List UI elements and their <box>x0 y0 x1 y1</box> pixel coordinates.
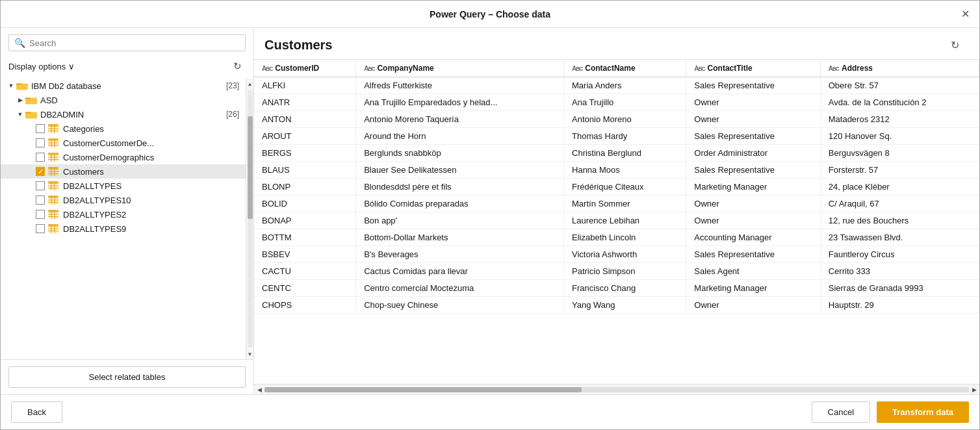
tree-scroll-wrapper: ▼ IBM Db2 database [23] ▶ ASD ▼ DB2ADMIN… <box>1 79 253 359</box>
table-row[interactable]: BLAUSBlauer See DelikatessenHanna MoosSa… <box>254 162 979 179</box>
table-icon-db2alltypes10 <box>48 195 60 205</box>
transform-data-button[interactable]: Transform data <box>877 401 969 423</box>
vscroll-down-arrow[interactable]: ▼ <box>246 349 254 359</box>
table-row[interactable]: BONAPBon app'Laurence LebihanOwner12, ru… <box>254 212 979 229</box>
table-icon-db2alltypes9 <box>48 223 60 234</box>
folder-icon-db2admin <box>25 109 37 120</box>
tree-item-db2alltypes2[interactable]: DB2ALLTYPES2 <box>1 207 246 221</box>
tree-label-db2alltypes9: DB2ALLTYPES9 <box>63 224 126 234</box>
cell-customerid-13: CHOPS <box>254 297 356 314</box>
tree-item-db2alltypes[interactable]: DB2ALLTYPES <box>1 179 246 193</box>
tree-item-db2alltypes9[interactable]: DB2ALLTYPES9 <box>1 221 246 236</box>
right-header: Customers ↻ <box>254 28 979 59</box>
tree-item-db2alltypes10[interactable]: DB2ALLTYPES10 <box>1 193 246 207</box>
chevron-down-icon: ∨ <box>68 62 75 71</box>
tree-item-ibm-db2[interactable]: ▼ IBM Db2 database [23] <box>1 79 246 93</box>
cell-contactname-13: Yang Wang <box>564 297 686 314</box>
tree-item-customercustomerde[interactable]: CustomerCustomerDe... <box>1 136 246 150</box>
bottom-bar: Back Cancel Transform data <box>1 394 979 429</box>
table-row[interactable]: BLONPBlondesddsl père et filsFrédérique … <box>254 179 979 196</box>
cell-customerid-2: ANTON <box>254 111 356 128</box>
table-row[interactable]: BOTTMBottom-Dollar MarketsElizabeth Linc… <box>254 229 979 246</box>
cell-contacttitle-13: Owner <box>686 297 820 314</box>
table-row[interactable]: BOLIDBólido Comidas preparadasMartín Som… <box>254 196 979 212</box>
cell-contacttitle-4: Order Administrator <box>686 145 820 162</box>
display-options-row: Display options ∨ ↻ <box>1 55 253 79</box>
tree-item-categories[interactable]: Categories <box>1 121 246 136</box>
table-row[interactable]: CHOPSChop-suey ChineseYang WangOwnerHaup… <box>254 297 979 314</box>
tree-label-ibm-db2: IBM Db2 database <box>31 81 226 91</box>
refresh-right-button[interactable]: ↻ <box>946 36 964 54</box>
data-table-wrapper[interactable]: ABCCustomerIDABCCompanyNameABCContactNam… <box>254 59 979 384</box>
cell-customerid-9: BOTTM <box>254 229 356 246</box>
tree-toggle-db2admin[interactable]: ▼ <box>15 109 25 120</box>
cell-companyname-3: Around the Horn <box>356 128 564 145</box>
table-row[interactable]: ANTONAntonio Moreno TaqueríaAntonio More… <box>254 111 979 128</box>
table-icon-customercustomerde <box>48 138 60 148</box>
hscroll-right-arrow[interactable]: ▶ <box>969 385 979 395</box>
col-header-address[interactable]: ABCAddress <box>820 60 979 77</box>
table-row[interactable]: CACTUCactus Comidas para llevarPatricio … <box>254 263 979 280</box>
cell-contacttitle-7: Owner <box>686 196 820 212</box>
right-buttons: Cancel Transform data <box>812 401 969 423</box>
svg-rect-46 <box>48 210 58 212</box>
vscroll-thumb[interactable] <box>248 116 253 219</box>
table-row[interactable]: BSBEVB's BeveragesVictoria AshworthSales… <box>254 246 979 263</box>
svg-rect-52 <box>48 224 58 227</box>
table-row[interactable]: CENTCCentro comercial MoctezumaFrancisco… <box>254 280 979 297</box>
tree-toggle-asd[interactable]: ▶ <box>15 95 25 105</box>
checkbox-categories[interactable] <box>36 124 45 133</box>
checkbox-customerdemographics[interactable] <box>36 153 45 162</box>
hscroll-left-arrow[interactable]: ◀ <box>254 385 264 395</box>
tree-item-customers[interactable]: ✓ Customers <box>1 164 246 179</box>
col-header-contacttitle[interactable]: ABCContactTitle <box>686 60 820 77</box>
table-row[interactable]: ALFKIAlfreds FutterkisteMaria AndersSale… <box>254 77 979 94</box>
display-options-toggle[interactable]: Display options ∨ <box>8 62 75 71</box>
cancel-button[interactable]: Cancel <box>812 401 870 423</box>
cell-contacttitle-1: Owner <box>686 94 820 111</box>
cell-contacttitle-6: Marketing Manager <box>686 179 820 196</box>
hscroll-thumb[interactable] <box>264 387 582 392</box>
select-related-button[interactable]: Select related tables <box>8 366 246 388</box>
cell-customerid-11: CACTU <box>254 263 356 280</box>
folder-icon-ibm-db2 <box>16 81 28 91</box>
cell-contacttitle-8: Owner <box>686 212 820 229</box>
cell-companyname-6: Blondesddsl père et fils <box>356 179 564 196</box>
horizontal-scrollbar[interactable]: ◀ ▶ <box>254 384 979 394</box>
tree-label-asd: ASD <box>40 95 239 105</box>
col-header-companyname[interactable]: ABCCompanyName <box>356 60 564 77</box>
vscroll-track <box>248 90 253 348</box>
checkbox-customercustomerde[interactable] <box>36 138 45 147</box>
col-header-customerid[interactable]: ABCCustomerID <box>254 60 356 77</box>
cell-contacttitle-9: Accounting Manager <box>686 229 820 246</box>
checkbox-customers[interactable]: ✓ <box>36 167 45 176</box>
col-header-contactname[interactable]: ABCContactName <box>564 60 686 77</box>
table-row[interactable]: AROUTAround the HornThomas HardySales Re… <box>254 128 979 145</box>
table-row[interactable]: BERGSBerglunds snabbköpChristina Berglun… <box>254 145 979 162</box>
checkbox-db2alltypes[interactable] <box>36 181 45 190</box>
cell-companyname-4: Berglunds snabbköp <box>356 145 564 162</box>
tree-item-db2admin[interactable]: ▼ DB2ADMIN [26] <box>1 107 246 121</box>
cell-address-3: 120 Hanover Sq. <box>820 128 979 145</box>
tree-toggle-ibm-db2[interactable]: ▼ <box>6 81 16 91</box>
checkbox-db2alltypes2[interactable] <box>36 210 45 219</box>
cell-address-6: 24, place Kléber <box>820 179 979 196</box>
cell-companyname-0: Alfreds Futterkiste <box>356 77 564 94</box>
cell-companyname-7: Bólido Comidas preparadas <box>356 196 564 212</box>
table-row[interactable]: ANATRAna Trujillo Emparedados y helad...… <box>254 94 979 111</box>
tree-vertical-scrollbar[interactable]: ▲ ▼ <box>246 79 253 359</box>
checkbox-db2alltypes10[interactable] <box>36 196 45 205</box>
cell-contactname-4: Christina Berglund <box>564 145 686 162</box>
refresh-left-button[interactable]: ↻ <box>229 58 246 75</box>
vscroll-up-arrow[interactable]: ▲ <box>246 79 254 89</box>
cell-contactname-8: Laurence Lebihan <box>564 212 686 229</box>
checkbox-db2alltypes9[interactable] <box>36 224 45 233</box>
tree-label-customers: Customers <box>63 167 104 177</box>
tree-item-customerdemographics[interactable]: CustomerDemographics <box>1 150 246 164</box>
cell-companyname-11: Cactus Comidas para llevar <box>356 263 564 280</box>
back-button[interactable]: Back <box>11 401 62 423</box>
close-button[interactable]: ✕ <box>956 5 974 23</box>
search-input[interactable] <box>29 38 240 48</box>
tree-item-asd[interactable]: ▶ ASD <box>1 93 246 107</box>
cell-address-1: Avda. de la Constitución 2 <box>820 94 979 111</box>
